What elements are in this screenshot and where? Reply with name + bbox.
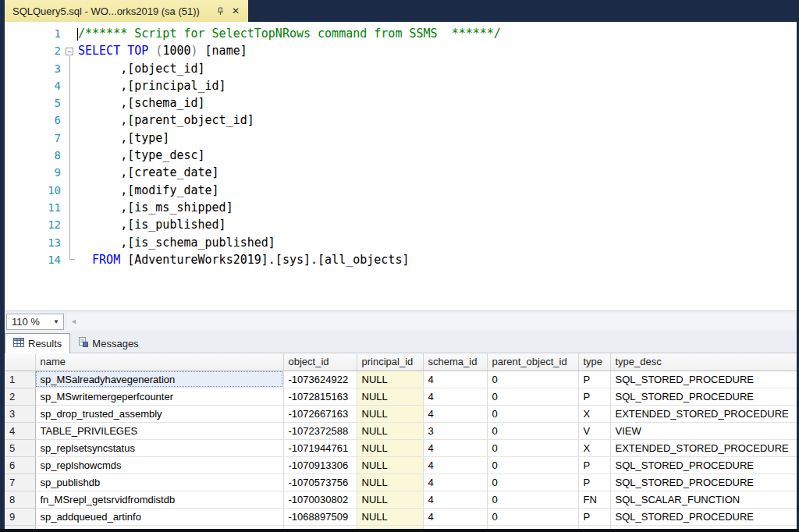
column-header-schema_id[interactable]: schema_id bbox=[423, 353, 487, 371]
grid-cell[interactable]: 4 bbox=[423, 388, 487, 405]
code-line[interactable]: 10 ,[modify_date] bbox=[5, 182, 797, 199]
code-line[interactable]: 3 ,[object_id] bbox=[5, 60, 797, 77]
grid-cell[interactable]: NULL bbox=[357, 473, 423, 491]
grid-cell[interactable]: FN bbox=[578, 491, 610, 508]
grid-cell[interactable]: EXTENDED_STORED_PROCEDURE bbox=[610, 405, 797, 422]
grid-cell[interactable]: sp_MSalreadyhavegeneration bbox=[35, 371, 283, 388]
code-line[interactable]: 9 ,[create_date] bbox=[5, 164, 797, 181]
grid-cell[interactable]: NULL bbox=[357, 388, 423, 405]
fold-collapse-icon[interactable]: − bbox=[66, 48, 73, 55]
column-header-type[interactable]: type bbox=[578, 353, 610, 371]
grid-cell[interactable]: -1073624922 bbox=[283, 371, 357, 388]
grid-cell[interactable]: VIEW bbox=[610, 422, 797, 439]
grid-cell[interactable]: 4 bbox=[423, 508, 487, 525]
column-header-name[interactable]: name bbox=[35, 353, 283, 371]
tab-results[interactable]: Results bbox=[5, 333, 70, 353]
code-line[interactable]: 7 ,[type] bbox=[5, 129, 797, 147]
grid-cell[interactable]: X bbox=[578, 439, 610, 456]
grid-cell[interactable]: sp_replshowcmds bbox=[35, 456, 283, 473]
scroll-left-icon[interactable]: ◄ bbox=[67, 317, 77, 325]
grid-cell[interactable]: P bbox=[578, 388, 610, 405]
grid-cell[interactable]: 0 bbox=[487, 456, 578, 473]
zoom-level-select[interactable]: 110 % ▼ bbox=[6, 314, 64, 330]
code-line[interactable]: 14 FROM [AdventureWorks2019].[sys].[all_… bbox=[5, 251, 797, 268]
grid-cell[interactable]: 4 bbox=[423, 405, 487, 422]
code-line[interactable]: 12 ,[is_published] bbox=[5, 216, 797, 233]
grid-cell[interactable]: 0 bbox=[487, 405, 578, 422]
row-header[interactable]: 3 bbox=[5, 405, 35, 422]
code-line[interactable]: 4 ,[principal_id] bbox=[5, 77, 797, 94]
grid-cell[interactable]: 0 bbox=[487, 508, 578, 525]
row-header[interactable]: 6 bbox=[5, 456, 35, 473]
row-header[interactable]: 8 bbox=[5, 491, 35, 508]
grid-cell[interactable]: 0 bbox=[487, 371, 578, 388]
grid-cell[interactable]: fn_MSrepl_getsrvidfromdistdb bbox=[35, 491, 283, 508]
grid-cell[interactable]: -1070913306 bbox=[283, 456, 357, 473]
grid-cell[interactable]: NULL bbox=[357, 405, 423, 422]
row-header[interactable]: 1 bbox=[5, 371, 35, 388]
grid-cell[interactable]: 3 bbox=[423, 422, 487, 439]
grid-cell[interactable]: 4 bbox=[423, 371, 487, 388]
code-line[interactable]: 11 ,[is_ms_shipped] bbox=[5, 199, 797, 216]
grid-cell[interactable]: X bbox=[578, 405, 610, 422]
pin-icon[interactable] bbox=[214, 5, 226, 17]
grid-cell[interactable]: NULL bbox=[357, 456, 423, 473]
grid-cell[interactable]: -1070573756 bbox=[283, 473, 357, 491]
grid-cell[interactable]: NULL bbox=[357, 422, 423, 439]
document-tab[interactable]: SQLQuery5.sql - WO...orks2019 (sa (51)) … bbox=[5, 0, 248, 22]
grid-cell[interactable]: P bbox=[578, 473, 610, 491]
column-header-type_desc[interactable]: type_desc bbox=[610, 353, 797, 371]
code-line[interactable]: 8 ,[type_desc] bbox=[5, 147, 797, 164]
sql-editor[interactable]: 1/****** Script for SelectTopNRows comma… bbox=[5, 22, 797, 310]
column-header-object_id[interactable]: object_id bbox=[283, 353, 357, 371]
grid-cell[interactable]: P bbox=[578, 508, 610, 525]
grid-cell[interactable]: -1071944761 bbox=[283, 439, 357, 456]
grid-cell[interactable]: 4 bbox=[423, 456, 487, 473]
grid-cell[interactable]: sp_replsetsyncstatus bbox=[35, 439, 283, 456]
close-icon[interactable]: ✕ bbox=[229, 5, 242, 17]
code-line[interactable]: 2SELECT TOP (1000) [name] bbox=[5, 42, 797, 59]
column-header-parent_object_id[interactable]: parent_object_id bbox=[487, 353, 578, 371]
grid-cell[interactable]: sp_MSwritemergeperfcounter bbox=[35, 388, 283, 405]
grid-cell[interactable]: SQL_STORED_PROCEDURE bbox=[610, 508, 797, 525]
grid-cell[interactable]: NULL bbox=[357, 371, 423, 388]
grid-cell[interactable]: SQL_STORED_PROCEDURE bbox=[610, 473, 797, 491]
column-header-principal_id[interactable]: principal_id bbox=[357, 353, 423, 371]
grid-cell[interactable]: SQL_STORED_PROCEDURE bbox=[610, 371, 797, 388]
grid-cell[interactable]: 0 bbox=[487, 439, 578, 456]
tab-messages[interactable]: Messages bbox=[70, 334, 146, 353]
grid-cell[interactable]: -1068897509 bbox=[283, 508, 357, 525]
code-line[interactable]: 5 ,[schema_id] bbox=[5, 94, 797, 112]
row-header[interactable]: 7 bbox=[5, 473, 35, 491]
grid-cell[interactable]: NULL bbox=[357, 491, 423, 508]
grid-cell[interactable]: P bbox=[578, 456, 610, 473]
row-header[interactable]: 2 bbox=[5, 388, 35, 405]
grid-cell[interactable]: sp_drop_trusted_assembly bbox=[35, 405, 283, 422]
grid-cell[interactable]: sp_addqueued_artinfo bbox=[35, 508, 283, 525]
grid-cell[interactable]: 0 bbox=[487, 473, 578, 491]
grid-cell[interactable]: -1072372588 bbox=[283, 422, 357, 439]
grid-cell[interactable]: NULL bbox=[357, 508, 423, 525]
code-line[interactable]: 13 ,[is_schema_published] bbox=[5, 234, 797, 251]
grid-cell[interactable]: EXTENDED_STORED_PROCEDURE bbox=[610, 439, 797, 456]
grid-cell[interactable]: P bbox=[578, 371, 610, 388]
grid-cell[interactable]: SQL_STORED_PROCEDURE bbox=[610, 456, 797, 473]
grid-cell[interactable]: -1070030802 bbox=[283, 491, 357, 508]
grid-cell[interactable]: 0 bbox=[487, 422, 578, 439]
grid-cell[interactable]: 4 bbox=[423, 473, 487, 491]
grid-cell[interactable]: 4 bbox=[423, 491, 487, 508]
row-header[interactable]: 5 bbox=[5, 439, 35, 456]
grid-cell[interactable]: 4 bbox=[423, 439, 487, 456]
code-line[interactable]: 1/****** Script for SelectTopNRows comma… bbox=[5, 25, 797, 42]
grid-cell[interactable]: SQL_SCALAR_FUNCTION bbox=[610, 491, 797, 508]
row-header[interactable]: 4 bbox=[5, 422, 35, 439]
code-line[interactable]: 6 ,[parent_object_id] bbox=[5, 112, 797, 129]
grid-cell[interactable]: 0 bbox=[487, 491, 578, 508]
grid-cell[interactable]: -1072667163 bbox=[283, 405, 357, 422]
grid-corner-cell[interactable] bbox=[5, 353, 35, 371]
grid-cell[interactable]: sp_publishdb bbox=[35, 473, 283, 491]
grid-cell[interactable]: TABLE_PRIVILEGES bbox=[35, 422, 283, 439]
grid-cell[interactable]: -1072815163 bbox=[283, 388, 357, 405]
grid-cell[interactable]: NULL bbox=[357, 439, 423, 456]
grid-cell[interactable]: SQL_STORED_PROCEDURE bbox=[610, 388, 797, 405]
